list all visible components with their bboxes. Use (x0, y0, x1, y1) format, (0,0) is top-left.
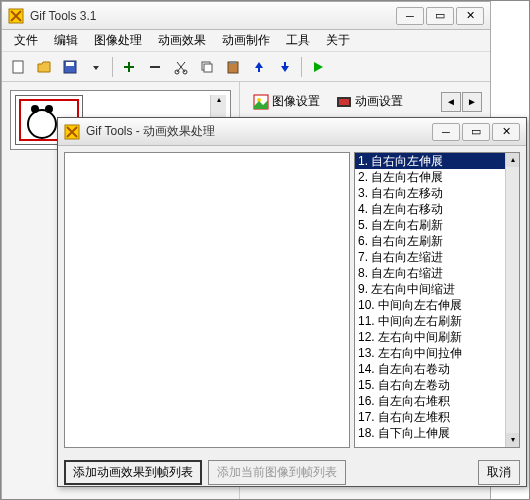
menu-tools[interactable]: 工具 (278, 30, 318, 51)
effect-item[interactable]: 12. 左右向中间刷新 (355, 329, 505, 345)
remove-button[interactable] (143, 55, 167, 79)
menubar: 文件 编辑 图像处理 动画效果 动画制作 工具 关于 (2, 30, 490, 52)
anim-settings-label: 动画设置 (355, 93, 403, 110)
anim-settings-tab[interactable]: 动画设置 (331, 90, 408, 113)
nav-next-button[interactable]: ► (462, 92, 482, 112)
copy-button[interactable] (195, 55, 219, 79)
dialog-maximize-button[interactable]: ▭ (462, 123, 490, 141)
svg-rect-13 (339, 99, 349, 105)
save-dropdown[interactable] (84, 55, 108, 79)
effect-item[interactable]: 14. 自左向右卷动 (355, 361, 505, 377)
add-effect-button[interactable]: 添加动画效果到帧列表 (64, 460, 202, 485)
effect-item[interactable]: 3. 自右向左移动 (355, 185, 505, 201)
image-settings-icon (253, 94, 269, 110)
save-button[interactable] (58, 55, 82, 79)
effect-item[interactable]: 5. 自左向右刷新 (355, 217, 505, 233)
menu-file[interactable]: 文件 (6, 30, 46, 51)
add-button[interactable] (117, 55, 141, 79)
effect-preview (64, 152, 350, 448)
effect-item[interactable]: 8. 自左向右缩进 (355, 265, 505, 281)
effect-item[interactable]: 4. 自左向右移动 (355, 201, 505, 217)
up-arrow-button[interactable] (247, 55, 271, 79)
svg-rect-3 (66, 62, 74, 66)
effect-item[interactable]: 1. 自右向左伸展 (355, 153, 505, 169)
app-icon (8, 8, 24, 24)
effect-item[interactable]: 16. 自左向右堆积 (355, 393, 505, 409)
effect-item[interactable]: 17. 自右向左堆积 (355, 409, 505, 425)
cut-button[interactable] (169, 55, 193, 79)
effect-list[interactable]: 1. 自右向左伸展 2. 自左向右伸展 3. 自右向左移动 4. 自左向右移动 … (354, 152, 520, 448)
menu-edit[interactable]: 编辑 (46, 30, 86, 51)
cancel-button[interactable]: 取消 (478, 460, 520, 485)
dialog-title: Gif Tools - 动画效果处理 (86, 123, 215, 140)
play-button[interactable] (306, 55, 330, 79)
effect-item[interactable]: 13. 左右向中间拉伸 (355, 345, 505, 361)
add-current-button[interactable]: 添加当前图像到帧列表 (208, 460, 346, 485)
menu-about[interactable]: 关于 (318, 30, 358, 51)
effect-item[interactable]: 10. 中间向左右伸展 (355, 297, 505, 313)
open-button[interactable] (32, 55, 56, 79)
close-button[interactable]: ✕ (456, 7, 484, 25)
menu-anim-make[interactable]: 动画制作 (214, 30, 278, 51)
svg-rect-9 (230, 61, 236, 64)
down-arrow-button[interactable] (273, 55, 297, 79)
effect-dialog: Gif Tools - 动画效果处理 ─ ▭ ✕ 1. 自右向左伸展 2. 自左… (57, 117, 527, 487)
effect-item[interactable]: 15. 自右向左卷动 (355, 377, 505, 393)
separator (112, 57, 113, 77)
image-settings-label: 图像设置 (272, 93, 320, 110)
nav-prev-button[interactable]: ◄ (441, 92, 461, 112)
effect-item[interactable]: 18. 自下向上伸展 (355, 425, 505, 441)
settings-tabs: 图像设置 动画设置 ◄ ► (244, 86, 486, 118)
dialog-close-button[interactable]: ✕ (492, 123, 520, 141)
anim-settings-icon (336, 94, 352, 110)
menu-anim-effect[interactable]: 动画效果 (150, 30, 214, 51)
maximize-button[interactable]: ▭ (426, 7, 454, 25)
dialog-icon (64, 124, 80, 140)
effect-item[interactable]: 9. 左右向中间缩进 (355, 281, 505, 297)
main-titlebar: Gif Tools 3.1 ─ ▭ ✕ (2, 2, 490, 30)
minimize-button[interactable]: ─ (396, 7, 424, 25)
svg-rect-7 (204, 64, 212, 72)
effect-item[interactable]: 7. 自右向左缩进 (355, 249, 505, 265)
effect-item[interactable]: 11. 中间向左右刷新 (355, 313, 505, 329)
toolbar (2, 52, 490, 82)
dialog-body: 1. 自右向左伸展 2. 自左向右伸展 3. 自右向左移动 4. 自左向右移动 … (58, 146, 526, 454)
menu-image[interactable]: 图像处理 (86, 30, 150, 51)
effect-list-scrollbar[interactable] (505, 153, 519, 447)
new-button[interactable] (6, 55, 30, 79)
dialog-minimize-button[interactable]: ─ (432, 123, 460, 141)
dialog-titlebar: Gif Tools - 动画效果处理 ─ ▭ ✕ (58, 118, 526, 146)
effect-item[interactable]: 6. 自右向左刷新 (355, 233, 505, 249)
main-title: Gif Tools 3.1 (30, 9, 96, 23)
svg-rect-1 (13, 61, 23, 73)
dialog-buttons: 添加动画效果到帧列表 添加当前图像到帧列表 取消 (58, 454, 526, 491)
paste-button[interactable] (221, 55, 245, 79)
image-settings-tab[interactable]: 图像设置 (248, 90, 325, 113)
separator (301, 57, 302, 77)
effect-item[interactable]: 2. 自左向右伸展 (355, 169, 505, 185)
